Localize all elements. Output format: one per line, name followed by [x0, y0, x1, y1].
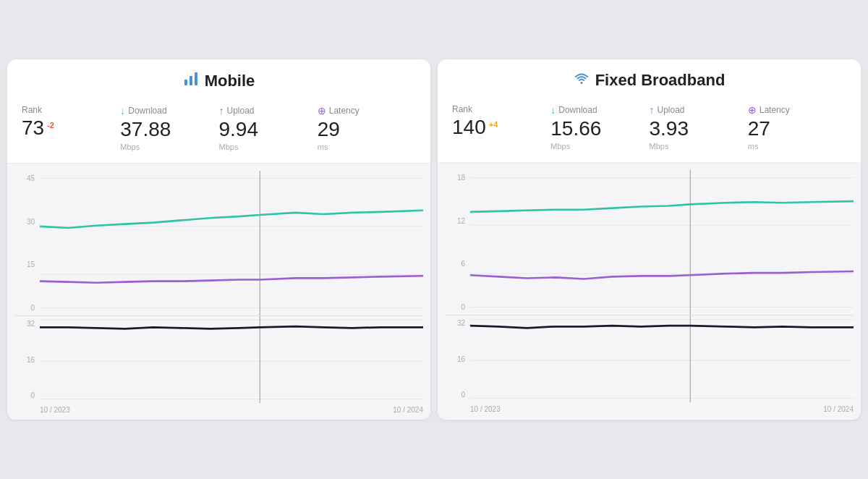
- broadband-upload: ↑ Upload 3.93 Mbps: [650, 104, 748, 151]
- broadband-latency-label: Latency: [760, 105, 790, 115]
- svg-point-12: [580, 82, 582, 84]
- mobile-header: Mobile: [7, 59, 430, 99]
- broadband-title: Fixed Broadband: [595, 71, 726, 90]
- mobile-latency-label: Latency: [329, 106, 359, 116]
- upload-icon: ↑: [219, 105, 224, 116]
- broadband-latency-unit: ms: [748, 142, 846, 151]
- mobile-title: Mobile: [205, 72, 255, 90]
- mobile-rank-change: -2: [47, 121, 54, 130]
- mobile-upload-label: Upload: [227, 106, 255, 116]
- mobile-panel: Mobile Rank 73 -2 ↓ Download 37.88 Mbps: [7, 59, 430, 420]
- broadband-x-axis: 10 / 2023 10 / 2024: [445, 402, 854, 419]
- mobile-upload: ↑ Upload 9.94 Mbps: [219, 105, 318, 151]
- mobile-download-label: Download: [128, 106, 166, 116]
- broadband-upload-value: 3.93: [650, 117, 689, 140]
- broadband-upload-unit: Mbps: [650, 142, 748, 151]
- broadband-rank-change: +4: [489, 120, 498, 129]
- broadband-x-end: 10 / 2024: [823, 405, 854, 413]
- svg-rect-1: [190, 76, 192, 85]
- bb-download-icon: ↓: [550, 104, 556, 116]
- broadband-latency-value: 27: [748, 117, 770, 140]
- broadband-panel: Fixed Broadband Rank 140 +4 ↓ Download 1…: [438, 59, 861, 420]
- svg-rect-0: [184, 80, 187, 85]
- broadband-stats: Rank 140 +4 ↓ Download 15.66 Mbps ↑ Uplo…: [438, 98, 861, 163]
- bb-upload-icon: ↑: [650, 104, 655, 116]
- broadband-upload-label: Upload: [658, 105, 685, 115]
- bb-latency-icon: ⊕: [748, 104, 757, 116]
- broadband-rank: Rank 140 +4: [452, 104, 550, 151]
- mobile-stats: Rank 73 -2 ↓ Download 37.88 Mbps ↑ Uploa…: [7, 99, 430, 164]
- broadband-icon: [574, 72, 590, 89]
- mobile-rank-value: 73: [22, 118, 44, 138]
- mobile-x-end: 10 / 2024: [393, 406, 423, 414]
- mobile-main-chart: 45 30 15 0: [14, 171, 423, 315]
- broadband-y-axis: 18 12 6 0: [445, 170, 465, 315]
- broadband-rank-value: 140: [452, 117, 486, 137]
- latency-icon: ⊕: [318, 105, 326, 116]
- broadband-main-svg: [470, 170, 854, 315]
- mobile-upload-value: 9.94: [219, 118, 259, 140]
- broadband-download: ↓ Download 15.66 Mbps: [550, 104, 649, 151]
- broadband-download-unit: Mbps: [550, 142, 649, 151]
- mobile-rank: Rank 73 -2: [22, 105, 120, 151]
- broadband-latency-y-axis: 32 16 0: [445, 315, 465, 402]
- broadband-x-start: 10 / 2023: [470, 405, 501, 413]
- broadband-latency: ⊕ Latency 27 ms: [748, 104, 846, 151]
- mobile-latency-y-axis: 32 16 0: [14, 316, 35, 403]
- mobile-main-svg: [40, 171, 423, 315]
- mobile-download-value: 37.88: [120, 118, 171, 140]
- mobile-download: ↓ Download 37.88 Mbps: [120, 105, 218, 151]
- svg-rect-2: [195, 72, 197, 85]
- broadband-main-chart: 18 12 6 0: [445, 170, 854, 315]
- broadband-chart-area: 18 12 6 0: [438, 163, 861, 419]
- broadband-download-label: Download: [558, 105, 597, 115]
- mobile-chart-area: 45 30 15 0: [7, 164, 430, 420]
- dashboard: Mobile Rank 73 -2 ↓ Download 37.88 Mbps: [7, 59, 861, 420]
- mobile-latency: ⊕ Latency 29 ms: [318, 105, 416, 151]
- mobile-latency-value: 29: [318, 118, 340, 140]
- mobile-latency-unit: ms: [318, 143, 416, 151]
- mobile-download-unit: Mbps: [120, 143, 218, 151]
- broadband-latency-svg: [470, 315, 854, 402]
- broadband-download-value: 15.66: [550, 117, 601, 140]
- broadband-header: Fixed Broadband: [438, 59, 861, 98]
- mobile-x-start: 10 / 2023: [40, 406, 70, 414]
- download-icon: ↓: [120, 105, 125, 116]
- mobile-latency-svg: [40, 316, 423, 403]
- mobile-icon: [183, 71, 199, 90]
- mobile-x-axis: 10 / 2023 10 / 2024: [14, 403, 423, 420]
- mobile-upload-unit: Mbps: [219, 143, 318, 151]
- mobile-y-axis: 45 30 15 0: [14, 171, 35, 315]
- mobile-latency-chart: 32 16 0: [14, 316, 423, 403]
- broadband-latency-chart: 32 16 0: [445, 315, 854, 402]
